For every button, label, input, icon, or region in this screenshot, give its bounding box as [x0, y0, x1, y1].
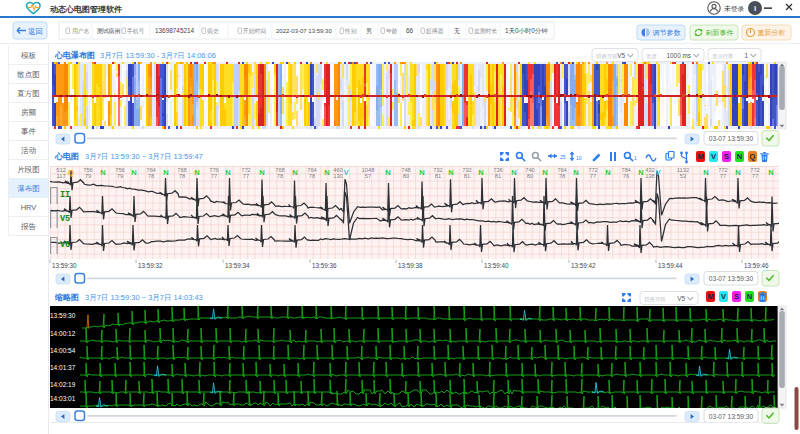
svg-text:II: II: [60, 190, 70, 200]
svg-text:13698745214: 13698745214: [155, 27, 195, 34]
svg-text:切换导联: 切换导联: [596, 53, 618, 60]
svg-text:起搏器: 起搏器: [426, 28, 444, 35]
svg-text:78: 78: [277, 173, 283, 179]
svg-text:13:59:34: 13:59:34: [225, 262, 250, 269]
svg-text:V: V: [711, 152, 716, 161]
svg-text:重新分析: 重新分析: [758, 28, 786, 36]
svg-text:N: N: [478, 168, 483, 177]
svg-text:N: N: [163, 168, 168, 177]
svg-text:1000 ms: 1000 ms: [666, 52, 691, 59]
svg-text:13:59:30: 13:59:30: [50, 312, 76, 319]
svg-text:N: N: [225, 168, 230, 177]
svg-text:57: 57: [365, 173, 371, 179]
svg-text:13:59:40: 13:59:40: [484, 262, 509, 269]
svg-text:1: 1: [744, 52, 748, 59]
svg-text:79: 79: [117, 173, 123, 179]
svg-text:78: 78: [179, 173, 185, 179]
svg-text:V5: V5: [617, 52, 625, 59]
svg-text:V: V: [721, 292, 726, 301]
svg-text:N: N: [385, 168, 390, 177]
svg-text:13:59:32: 13:59:32: [138, 262, 163, 269]
svg-text:81: 81: [464, 173, 470, 179]
svg-text:2022-03-07 13:59:30: 2022-03-07 13:59:30: [276, 28, 332, 34]
svg-text:14:00:12: 14:00:12: [50, 330, 76, 337]
svg-text:13:59:36: 13:59:36: [312, 262, 337, 269]
svg-text:03-07 13:59:30: 03-07 13:59:30: [709, 275, 754, 282]
svg-text:80: 80: [403, 173, 409, 179]
svg-text:N: N: [100, 168, 105, 177]
svg-text:N: N: [737, 152, 742, 161]
svg-text:13:59:44: 13:59:44: [658, 262, 683, 269]
svg-text:138: 138: [645, 173, 655, 179]
svg-text:V5: V5: [60, 214, 70, 224]
svg-text:男: 男: [366, 28, 372, 35]
svg-text:14:00:54: 14:00:54: [50, 347, 76, 354]
svg-text:测试病例: 测试病例: [96, 27, 120, 35]
svg-text:N: N: [419, 168, 424, 177]
svg-text:动态心电图管理软件: 动态心电图管理软件: [49, 5, 123, 14]
svg-text:13:59:46: 13:59:46: [744, 262, 769, 269]
svg-text:未登录: 未登录: [724, 5, 745, 13]
svg-text:117: 117: [56, 173, 65, 179]
svg-text:1: 1: [634, 155, 637, 161]
svg-text:监测时长: 监测时长: [474, 27, 497, 35]
svg-text:N: N: [605, 168, 610, 177]
svg-text:显示行数: 显示行数: [712, 53, 734, 60]
svg-text:78: 78: [559, 173, 565, 179]
svg-text:V5: V5: [677, 295, 685, 302]
svg-text:53: 53: [680, 173, 686, 179]
svg-text:N: N: [324, 168, 329, 177]
svg-text:77: 77: [720, 173, 726, 179]
svg-text:切换导联: 切换导联: [644, 296, 666, 303]
svg-text:N: N: [768, 168, 773, 177]
svg-text:03-07 13:59:30: 03-07 13:59:30: [709, 135, 754, 142]
svg-text:开始时间: 开始时间: [243, 27, 266, 35]
svg-text:14:03:01: 14:03:01: [50, 395, 76, 402]
svg-text:10: 10: [576, 155, 582, 161]
svg-text:V: V: [655, 168, 660, 177]
svg-text:手机号: 手机号: [127, 27, 145, 35]
svg-text:77: 77: [590, 173, 596, 179]
svg-text:78: 78: [309, 173, 315, 179]
svg-text:80: 80: [527, 173, 533, 179]
svg-text:调节参数: 调节参数: [653, 29, 682, 37]
svg-text:N: N: [511, 168, 516, 177]
svg-text:刷新事件: 刷新事件: [706, 28, 734, 37]
svg-text:25: 25: [560, 154, 566, 160]
svg-text:年龄: 年龄: [386, 27, 398, 35]
svg-text:S: S: [724, 152, 729, 161]
svg-text:Q: Q: [68, 168, 74, 177]
svg-text:77: 77: [752, 173, 758, 179]
svg-text:81: 81: [495, 173, 501, 179]
svg-text:N: N: [292, 168, 297, 177]
svg-text:N: N: [194, 168, 199, 177]
svg-text:用户名: 用户名: [72, 27, 89, 35]
svg-text:13:59:38: 13:59:38: [398, 262, 423, 269]
svg-text:无: 无: [454, 27, 460, 35]
svg-text:N: N: [259, 168, 264, 177]
svg-text:N: N: [131, 168, 136, 177]
svg-text:78: 78: [148, 173, 154, 179]
svg-text:性别: 性别: [344, 28, 357, 35]
svg-text:66: 66: [406, 27, 414, 34]
svg-text:76: 76: [623, 173, 629, 179]
svg-text:77: 77: [243, 173, 249, 179]
svg-text:N: N: [703, 168, 708, 177]
svg-text:14:02:19: 14:02:19: [50, 381, 76, 388]
svg-text:M: M: [697, 152, 703, 161]
svg-text:130: 130: [333, 173, 343, 179]
svg-text:N: N: [448, 168, 453, 177]
svg-text:79: 79: [85, 173, 91, 179]
svg-text:S: S: [734, 292, 739, 301]
svg-text:N: N: [573, 168, 578, 177]
svg-text:宽度: 宽度: [646, 53, 657, 60]
svg-text:N: N: [638, 168, 643, 177]
svg-text:V: V: [343, 168, 348, 177]
svg-text:Q: Q: [750, 152, 756, 161]
svg-text:13:59:30: 13:59:30: [52, 262, 77, 269]
svg-text:N: N: [747, 292, 752, 301]
svg-text:返回: 返回: [28, 27, 43, 36]
svg-text:03-07 13:59:30: 03-07 13:59:30: [709, 413, 754, 420]
svg-text:77: 77: [211, 173, 217, 179]
svg-text:13:59:42: 13:59:42: [571, 262, 596, 269]
